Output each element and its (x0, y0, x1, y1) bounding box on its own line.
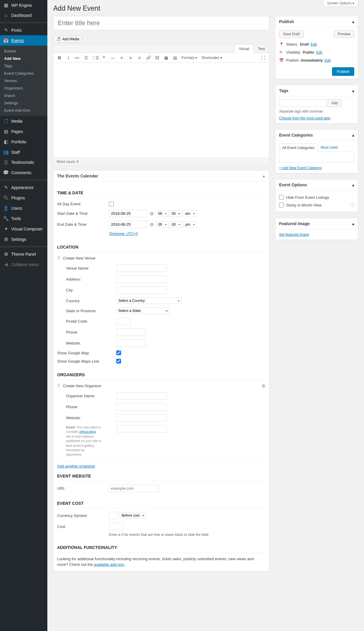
org-website-input[interactable] (116, 414, 167, 422)
show-gmaplink-checkbox[interactable] (116, 359, 121, 363)
sub-venues[interactable]: Venues (0, 77, 47, 84)
sub-settings[interactable]: Settings (0, 99, 47, 107)
sub-addons[interactable]: Event Add-Ons (0, 107, 47, 114)
choose-tags-link[interactable]: Choose from the most used tags (279, 116, 330, 120)
venue-website-input[interactable] (116, 339, 146, 347)
sidebar-item-testimonials[interactable]: ⍰Testimonials (0, 157, 47, 167)
start-hr-select[interactable]: 08 (156, 210, 168, 217)
help-icon[interactable]: ? (350, 203, 354, 207)
venue-phone-input[interactable] (116, 329, 146, 336)
end-hr-select[interactable]: 05 (156, 221, 168, 228)
sticky-month-checkbox[interactable] (279, 203, 284, 207)
allday-checkbox[interactable] (109, 201, 114, 206)
unlink-button[interactable]: ⛓ (154, 54, 161, 61)
sidebar-item-users[interactable]: 👤Users (0, 203, 47, 213)
add-organizer-link[interactable]: Add another organizer (57, 464, 95, 468)
venue-postal-input[interactable] (116, 318, 131, 325)
tab-text[interactable]: Text (253, 45, 269, 53)
sub-tags[interactable]: Tags (0, 62, 47, 70)
end-min-select[interactable]: 00 (170, 221, 182, 228)
venue-country-select[interactable]: Select a Country: (116, 297, 181, 304)
cat-tab-most[interactable]: Most Used (318, 144, 341, 152)
show-gmap-checkbox[interactable] (116, 350, 121, 355)
sidebar-item-settings[interactable]: ⊞Settings (0, 234, 47, 244)
featured-image-header[interactable]: Featured Image▴ (276, 218, 358, 229)
bold-button[interactable]: B (56, 54, 63, 61)
sidebar-item-posts[interactable]: ✎Posts (0, 25, 47, 35)
start-min-select[interactable]: 00 (170, 210, 182, 217)
alignc-button[interactable]: ≡ (127, 54, 134, 61)
sidebar-item-tools[interactable]: 🔧Tools (0, 213, 47, 224)
sidebar-item-dashboard[interactable]: ⌂Dashboard (0, 10, 47, 20)
start-ampm-select[interactable]: am (183, 210, 197, 217)
sidebar-item-pages[interactable]: ▤Pages (0, 126, 47, 137)
sidebar-item-portfolio[interactable]: ◧Portfolio (0, 137, 47, 147)
sidebar-item-collapse[interactable]: ◀Collapse menu (0, 259, 47, 270)
obfuscating-link[interactable]: obfuscating (79, 430, 96, 433)
sidebar-item-appearance[interactable]: ✎Appearance (0, 182, 47, 193)
timezone-link[interactable]: Timezone: UTC+0 (109, 232, 138, 236)
categories-header[interactable]: Event Categories▴ (276, 130, 358, 141)
tags-input[interactable] (279, 99, 326, 107)
sub-import[interactable]: Import (0, 92, 47, 99)
sidebar-item-comments[interactable]: 💬Comments (0, 167, 47, 178)
venue-city-input[interactable] (116, 286, 167, 294)
start-date-input[interactable] (109, 210, 147, 217)
edit-date-link[interactable]: Edit (325, 58, 331, 63)
delete-organizer-button[interactable]: 🗑 (262, 384, 265, 388)
options-header[interactable]: Event Options▴ (276, 180, 358, 190)
org-name-input[interactable] (116, 392, 167, 400)
sub-organizers[interactable]: Organizers (0, 84, 47, 92)
add-tag-button[interactable]: Add (328, 99, 342, 107)
misc-button[interactable]: ▤ (171, 54, 178, 61)
events-calendar-header[interactable]: The Events Calendar▲ (54, 171, 269, 182)
sub-addnew[interactable]: Add New (0, 55, 47, 62)
event-title-input[interactable] (53, 16, 269, 30)
venue-name-input[interactable] (116, 265, 167, 272)
shortcodes-select[interactable]: Shortcodes ▾ (200, 55, 223, 61)
alignr-button[interactable]: ≡ (136, 54, 143, 61)
venue-address-input[interactable] (116, 276, 167, 283)
cost-input[interactable] (109, 523, 124, 530)
tab-visual[interactable]: Visual (234, 45, 253, 53)
sidebar-item-visualcomposer[interactable]: ✦Visual Composer (0, 224, 47, 234)
sidebar-item-media[interactable]: 🎵Media (0, 116, 47, 126)
cat-tab-all[interactable]: All Event Categories (279, 144, 318, 152)
end-ampm-select[interactable]: pm (183, 221, 197, 228)
hide-listings-checkbox[interactable] (279, 195, 284, 200)
save-draft-button[interactable]: Save Draft (279, 30, 304, 38)
edit-status-link[interactable]: Edit (311, 42, 317, 47)
sidebar-item-plugins[interactable]: 🔌Plugins (0, 193, 47, 203)
edit-visibility-link[interactable]: Edit (316, 50, 322, 55)
add-category-link[interactable]: + Add New Event Category (279, 166, 322, 170)
more-button[interactable]: ▦ (162, 54, 170, 61)
before-cost-select[interactable]: Before cost (120, 512, 146, 519)
ul-button[interactable]: ☰ (83, 54, 90, 61)
link-button[interactable]: 🔗 (145, 54, 152, 61)
screen-options-button[interactable]: Screen Options ▾ (323, 0, 358, 7)
add-media-button[interactable]: 🎵Add Media (53, 36, 82, 43)
formats-select[interactable]: Formats ▾ (180, 55, 198, 61)
end-date-input[interactable] (109, 221, 147, 228)
sidebar-item-events[interactable]: 📅Events (0, 35, 47, 46)
publish-button[interactable]: Publish (332, 67, 354, 76)
alignl-button[interactable]: ≡ (118, 54, 125, 61)
strike-button[interactable]: ABC (74, 54, 81, 61)
fullscreen-button[interactable]: ⛶ (260, 54, 267, 61)
ol-button[interactable]: ⋮☰ (91, 54, 99, 61)
set-featured-link[interactable]: Set featured image (279, 233, 309, 237)
quote-button[interactable]: ❝ (100, 54, 107, 61)
preview-button[interactable]: Preview (334, 30, 354, 38)
sub-categories[interactable]: Event Categories (0, 70, 47, 77)
hr-button[interactable]: — (109, 54, 116, 61)
editor-body[interactable] (54, 63, 269, 158)
currency-input[interactable] (109, 512, 118, 519)
sidebar-item-wpengine[interactable]: ▦WP Engine (0, 0, 47, 10)
org-phone-input[interactable] (116, 403, 167, 411)
sidebar-item-themepanel[interactable]: ✿Theme Panel (0, 249, 47, 259)
publish-header[interactable]: Publish▴ (276, 16, 358, 27)
url-input[interactable] (109, 485, 159, 492)
sidebar-item-staff[interactable]: 👥Staff (0, 147, 47, 157)
tags-header[interactable]: Tags▴ (276, 85, 358, 96)
addons-link[interactable]: available add-ons (94, 562, 124, 567)
